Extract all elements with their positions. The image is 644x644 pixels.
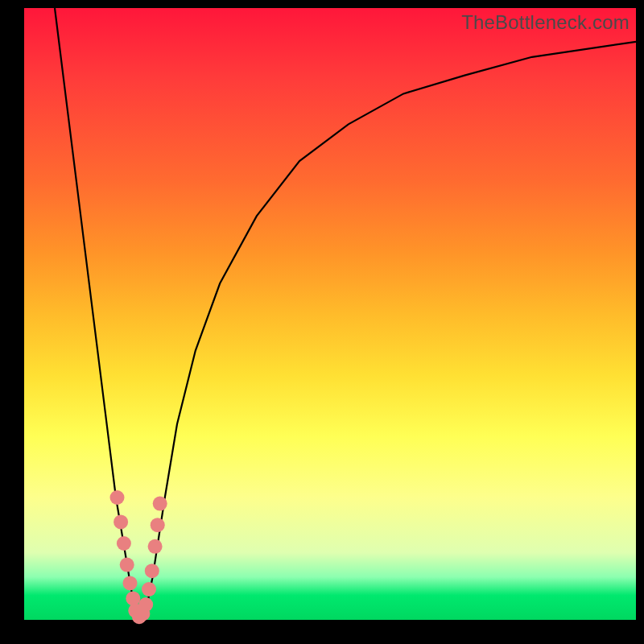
data-marker — [114, 514, 128, 529]
data-marker — [138, 597, 153, 612]
data-marker — [110, 490, 125, 505]
chart-svg — [24, 8, 636, 620]
chart-plot-area: TheBottleneck.com — [24, 8, 636, 620]
data-marker — [148, 539, 163, 554]
chart-frame: TheBottleneck.com — [0, 0, 644, 644]
curve-right — [139, 42, 636, 620]
data-marker — [117, 536, 131, 551]
data-marker — [151, 518, 165, 532]
curve-left — [55, 8, 139, 620]
data-marker — [145, 564, 159, 578]
data-marker — [120, 558, 134, 572]
data-marker — [123, 576, 138, 590]
data-marker — [126, 591, 140, 605]
data-marker — [142, 582, 156, 597]
data-marker — [153, 497, 167, 511]
